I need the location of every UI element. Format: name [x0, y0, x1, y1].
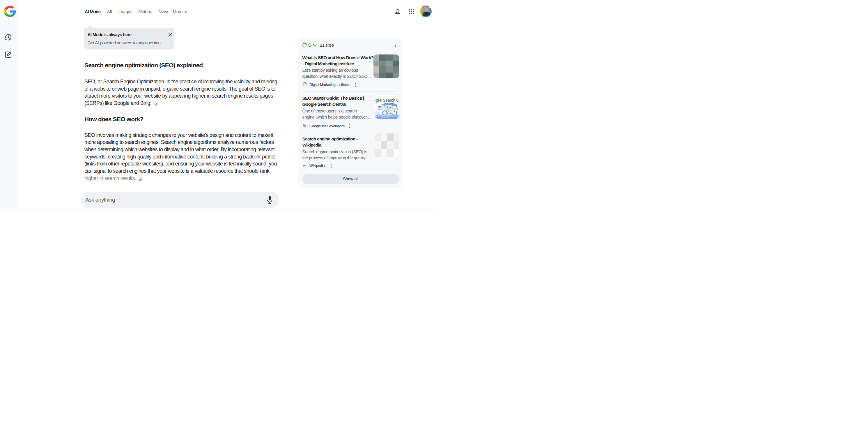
- svg-text:g: g: [375, 97, 378, 103]
- svg-text:Search Cer: Search Cer: [383, 98, 399, 103]
- svg-text:e: e: [379, 97, 382, 103]
